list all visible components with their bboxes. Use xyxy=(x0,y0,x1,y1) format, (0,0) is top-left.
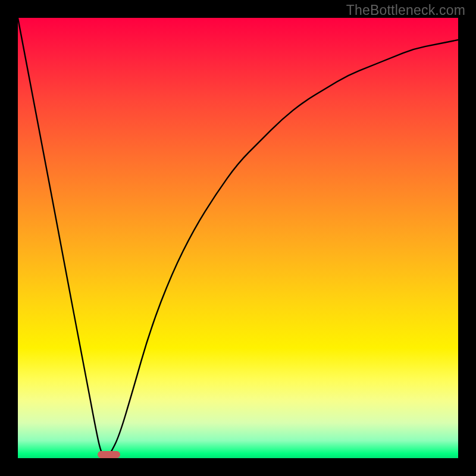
plot-area xyxy=(18,18,458,458)
optimal-marker xyxy=(98,451,120,458)
chart-frame: TheBottleneck.com xyxy=(0,0,476,476)
watermark-text: TheBottleneck.com xyxy=(346,2,465,18)
curve-svg xyxy=(18,18,458,458)
bottleneck-curve xyxy=(18,18,458,457)
